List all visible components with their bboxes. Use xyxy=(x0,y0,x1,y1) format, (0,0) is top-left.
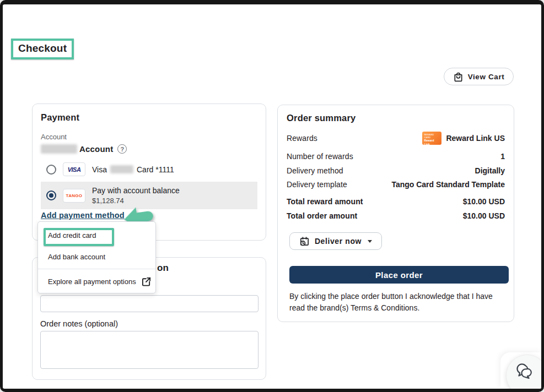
total-order-value: $10.00 USD xyxy=(463,211,505,220)
visa-logo-text: VISA xyxy=(68,166,81,173)
checkout-page: Checkout View Cart Payment Account Accou… xyxy=(3,4,541,389)
order-summary-heading: Order summary xyxy=(287,113,505,123)
total-reward-value: $10.00 USD xyxy=(463,197,505,206)
payment-heading: Payment xyxy=(41,112,257,123)
order-summary-panel: Order summary Rewards REWARD CARD Reward… xyxy=(277,105,514,322)
menu-divider xyxy=(38,269,155,269)
page-title-highlight: Checkout xyxy=(11,39,74,59)
summary-row-rewards: Rewards REWARD CARD Reward Link Reward L… xyxy=(287,132,505,145)
visa-row-label: Visa Card *1111 xyxy=(92,165,174,174)
thumb-line1: REWARD CARD xyxy=(424,133,440,139)
payment-method-visa-row[interactable]: VISA Visa Card *1111 xyxy=(41,159,257,179)
chat-button[interactable] xyxy=(506,355,541,389)
order-info-input[interactable] xyxy=(40,295,258,312)
menu-item-add-credit-card[interactable]: Add credit card xyxy=(38,231,155,239)
account-name-row: Account ? xyxy=(41,144,257,154)
summary-row-total-order: Total order amount $10.00 USD xyxy=(287,211,505,220)
chat-widget-container xyxy=(500,352,541,389)
view-cart-button[interactable]: View Cart xyxy=(444,68,514,85)
chat-bubbles-icon xyxy=(515,363,534,380)
shopping-bag-icon xyxy=(453,72,464,82)
menu-item-add-bank-account[interactable]: Add bank account xyxy=(38,253,155,261)
number-label: Number of rewards xyxy=(287,152,353,161)
help-icon[interactable]: ? xyxy=(117,144,127,154)
summary-row-delivery-method: Delivery method Digitally xyxy=(287,166,505,175)
thumb-line2: Reward Link xyxy=(424,139,440,145)
window-frame: Checkout View Cart Payment Account Accou… xyxy=(0,0,544,392)
order-notes-label: Order notes (optional) xyxy=(40,319,118,328)
redacted-account-name xyxy=(41,144,77,154)
summary-row-delivery-template: Delivery template Tango Card Standard Te… xyxy=(287,180,505,189)
rewards-label: Rewards xyxy=(287,134,317,143)
number-value: 1 xyxy=(500,152,505,161)
balance-amount: $1,128.74 xyxy=(92,197,180,205)
view-cart-label: View Cart xyxy=(468,73,505,81)
add-payment-dropdown: Add credit card Add bank account Explore… xyxy=(37,221,156,293)
reward-card-thumbnail: REWARD CARD Reward Link xyxy=(422,132,441,145)
balance-radio-selected[interactable] xyxy=(46,190,56,200)
delivery-template-label: Delivery template xyxy=(287,180,347,189)
summary-row-total-reward: Total reward amount $10.00 USD xyxy=(287,197,505,206)
delivery-template-value: Tango Card Standard Template xyxy=(391,180,505,189)
balance-label: Pay with account balance xyxy=(92,186,180,195)
rewards-value: Reward Link US xyxy=(446,134,505,143)
account-name-suffix: Account xyxy=(79,144,113,154)
account-label: Account xyxy=(41,133,257,141)
deliver-now-label: Deliver now xyxy=(315,237,362,246)
chevron-down-icon xyxy=(368,240,372,243)
place-order-button[interactable]: Place order xyxy=(289,266,509,284)
delivery-method-label: Delivery method xyxy=(287,166,343,175)
menu-item-explore-payment-options[interactable]: Explore all payment options xyxy=(38,277,155,286)
redacted-card-name xyxy=(110,165,133,173)
section-heading-fragment: on xyxy=(157,263,169,274)
visa-logo-badge: VISA xyxy=(63,162,85,176)
total-order-label: Total order amount xyxy=(287,211,357,220)
external-link-icon xyxy=(142,277,151,286)
calendar-clock-icon xyxy=(299,236,310,247)
balance-row-text: Pay with account balance $1,128.74 xyxy=(92,186,180,205)
visa-label-prefix: Visa xyxy=(92,165,107,174)
visa-radio[interactable] xyxy=(46,165,56,175)
explore-options-label: Explore all payment options xyxy=(48,277,136,286)
tango-logo-badge: TANGO xyxy=(63,189,85,203)
deliver-now-dropdown-button[interactable]: Deliver now xyxy=(289,232,382,250)
delivery-method-value: Digitally xyxy=(475,166,505,175)
total-reward-label: Total reward amount xyxy=(287,197,363,206)
terms-acknowledgement-text: By clicking the place order button I ack… xyxy=(289,291,505,314)
visa-label-suffix: Card *1111 xyxy=(137,165,174,174)
page-title: Checkout xyxy=(18,42,67,55)
tango-logo-text: TANGO xyxy=(66,193,83,198)
summary-row-number: Number of rewards 1 xyxy=(287,152,505,161)
order-notes-textarea[interactable] xyxy=(40,331,258,369)
add-payment-method-link[interactable]: Add payment method xyxy=(41,211,125,220)
